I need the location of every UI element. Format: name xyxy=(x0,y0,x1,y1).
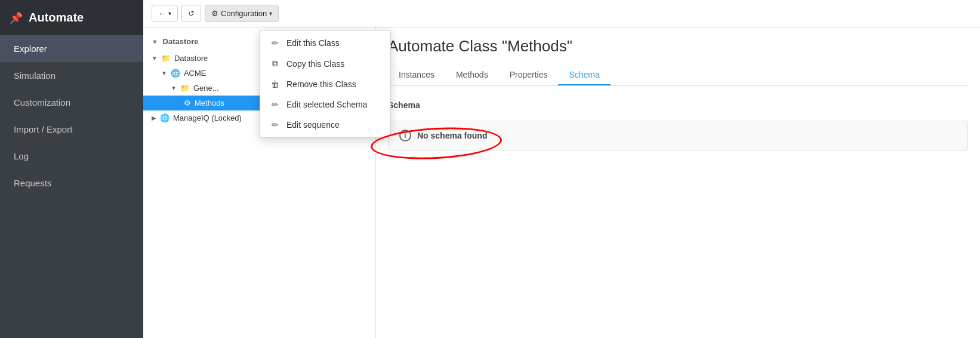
edit-sequence-label: Edit sequence xyxy=(286,120,340,130)
main-content: ← ▾ ↺ ⚙ Configuration ▾ ✏ Edit this Clas… xyxy=(143,0,980,338)
info-icon: i xyxy=(399,130,411,142)
toolbar: ← ▾ ↺ ⚙ Configuration ▾ ✏ Edit this Clas… xyxy=(143,0,980,27)
edit-class-icon: ✏ xyxy=(270,38,281,48)
tree-item-label: ACME xyxy=(184,69,207,78)
tab-methods[interactable]: Methods xyxy=(445,65,499,85)
folder-icon: 📁 xyxy=(161,54,171,63)
tree-item-label: ManageIQ (Locked) xyxy=(173,113,242,122)
sidebar-nav: Explorer Simulation Customization Import… xyxy=(0,35,143,196)
tree-item-label: Methods xyxy=(195,99,224,107)
sidebar-item-import-export[interactable]: Import / Export xyxy=(0,116,143,143)
tab-instances[interactable]: Instances xyxy=(388,65,445,85)
sidebar-item-requests[interactable]: Requests xyxy=(0,170,143,196)
globe-icon: 🌐 xyxy=(160,113,170,122)
schema-section-label: Schema xyxy=(388,96,968,115)
globe-icon: 🌐 xyxy=(171,69,180,78)
configuration-button[interactable]: ⚙ Configuration ▾ xyxy=(205,5,279,22)
edit-sequence-menu-item[interactable]: ✏ Edit sequence xyxy=(260,115,390,135)
back-icon: ← xyxy=(158,9,166,18)
remove-class-menu-item[interactable]: 🗑 Remove this Class xyxy=(260,74,390,94)
sidebar-item-simulation[interactable]: Simulation xyxy=(0,62,143,89)
no-schema-text: No schema found xyxy=(417,131,487,140)
tab-schema[interactable]: Schema xyxy=(558,65,610,85)
app-header: 📌 Automate xyxy=(0,0,143,35)
edit-class-label: Edit this Class xyxy=(286,38,340,48)
tab-properties[interactable]: Properties xyxy=(499,65,559,85)
page-title: Automate Class "Methods" xyxy=(388,37,968,56)
back-dropdown-icon: ▾ xyxy=(168,10,171,17)
no-schema-box: i No schema found xyxy=(388,121,968,150)
right-panel: Automate Class "Methods" Instances Metho… xyxy=(376,27,980,338)
pin-icon: 📌 xyxy=(10,11,23,24)
sidebar-item-customization[interactable]: Customization xyxy=(0,89,143,116)
refresh-icon: ↺ xyxy=(188,9,195,18)
copy-class-icon: ⧉ xyxy=(270,59,281,69)
back-button[interactable]: ← ▾ xyxy=(152,5,178,22)
tab-bar: Instances Methods Properties Schema xyxy=(388,65,968,86)
edit-schema-icon: ✏ xyxy=(270,100,281,109)
edit-schema-menu-item[interactable]: ✏ Edit selected Schema xyxy=(260,94,390,115)
chevron-icon: ▼ xyxy=(161,70,167,76)
configuration-label: Configuration xyxy=(221,9,267,18)
class-icon: ⚙ xyxy=(184,99,191,107)
tree-item-label: Datastore xyxy=(174,54,208,63)
remove-class-label: Remove this Class xyxy=(286,79,356,89)
chevron-icon: ▼ xyxy=(152,55,158,62)
copy-class-menu-item[interactable]: ⧉ Copy this Class xyxy=(260,53,390,74)
chevron-icon: ▶ xyxy=(152,115,156,121)
configuration-dropdown: ✏ Edit this Class ⧉ Copy this Class 🗑 Re… xyxy=(260,30,391,138)
app-title: Automate xyxy=(29,11,84,24)
tree-item-label: Gene... xyxy=(193,84,219,93)
edit-sequence-icon: ✏ xyxy=(270,120,281,130)
dropdown-chevron-icon: ▾ xyxy=(269,10,272,17)
gear-icon: ⚙ xyxy=(211,9,218,18)
sidebar-item-explorer[interactable]: Explorer xyxy=(0,35,143,62)
copy-class-label: Copy this Class xyxy=(286,59,344,69)
edit-schema-label: Edit selected Schema xyxy=(286,100,367,109)
chevron-icon: ▼ xyxy=(171,85,177,91)
folder-icon: 📁 xyxy=(180,84,190,93)
edit-class-menu-item[interactable]: ✏ Edit this Class xyxy=(260,33,390,53)
sidebar-item-log[interactable]: Log xyxy=(0,143,143,170)
remove-class-icon: 🗑 xyxy=(270,79,281,89)
sidebar: 📌 Automate Explorer Simulation Customiza… xyxy=(0,0,143,338)
refresh-button[interactable]: ↺ xyxy=(181,5,201,22)
